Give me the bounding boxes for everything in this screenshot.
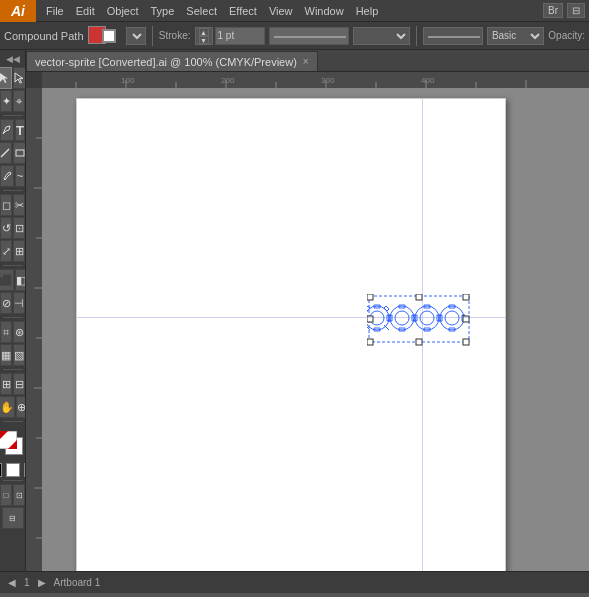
svg-point-39 xyxy=(395,311,409,325)
stroke-decrease-btn[interactable]: ▼ xyxy=(199,36,209,44)
menu-help[interactable]: Help xyxy=(350,0,385,21)
svg-line-4 xyxy=(1,149,9,157)
live-paint-tool[interactable]: ⬛ xyxy=(0,269,14,291)
type-tool[interactable]: T xyxy=(15,119,25,141)
tool-sep-3 xyxy=(3,265,23,266)
stroke-increase-btn[interactable]: ▲ xyxy=(199,28,209,36)
tool-row-magic: ✦ ⌖ xyxy=(0,90,25,112)
mesh-tool[interactable]: ⌗ xyxy=(0,321,12,343)
column-graph-tool[interactable]: ▦ xyxy=(0,344,12,366)
line-segment-tool[interactable] xyxy=(0,142,12,164)
svg-rect-47 xyxy=(367,339,373,345)
measure-tool[interactable]: ⊟ xyxy=(13,373,25,395)
tab-bar: vector-sprite [Converted].ai @ 100% (CMY… xyxy=(26,50,589,72)
menu-items: File Edit Object Type Select Effect View… xyxy=(36,0,543,21)
slice-tool[interactable]: ▧ xyxy=(13,344,25,366)
tool-row-pen: T xyxy=(0,119,25,141)
color-area xyxy=(0,429,26,477)
svg-point-43 xyxy=(445,311,459,325)
scale-tool[interactable]: ⤢ xyxy=(0,240,12,262)
workspace-button[interactable]: ⊟ xyxy=(567,3,585,18)
svg-rect-9 xyxy=(26,72,589,88)
tool-row-perspectivegrid: ⊘ ⊣ xyxy=(0,292,25,314)
scissors-tool[interactable]: ✂ xyxy=(13,194,25,216)
bridge-button[interactable]: Br xyxy=(543,3,563,18)
page-indicator: 1 xyxy=(24,577,30,588)
menu-bar: Ai File Edit Object Type Select Effect V… xyxy=(0,0,589,22)
toolbar-separator-1 xyxy=(152,26,153,46)
svg-point-40 xyxy=(415,306,439,330)
menu-view[interactable]: View xyxy=(263,0,299,21)
toolbox-collapse[interactable]: ◀◀ xyxy=(3,52,23,66)
live-paint-select[interactable]: ◧ xyxy=(15,269,26,291)
svg-rect-44 xyxy=(367,294,373,300)
hand-tool[interactable]: ✋ xyxy=(0,396,15,418)
canvas-tab-close[interactable]: × xyxy=(303,56,309,67)
tool-sep-1 xyxy=(3,115,23,116)
gradient-tool[interactable]: ⊛ xyxy=(13,321,25,343)
canvas-area[interactable]: 100 200 300 400 xyxy=(26,72,589,571)
svg-text:100: 100 xyxy=(121,76,135,85)
artboard-tool[interactable]: ⊞ xyxy=(0,373,12,395)
svg-rect-10 xyxy=(26,72,42,88)
screen-mode-row: ⊟ xyxy=(0,507,25,529)
canvas-page xyxy=(76,98,506,571)
swap-colors-btn[interactable] xyxy=(6,463,20,477)
canvas-tab[interactable]: vector-sprite [Converted].ai @ 100% (CMY… xyxy=(26,51,318,71)
svg-text:300: 300 xyxy=(321,76,335,85)
reflect-tool[interactable]: ⊡ xyxy=(13,217,25,239)
menu-effect[interactable]: Effect xyxy=(223,0,263,21)
draw-normal-btn[interactable]: □ xyxy=(0,484,12,506)
blob-brush-tool[interactable]: ~ xyxy=(15,165,25,187)
style-dropdown[interactable]: Basic xyxy=(487,27,544,45)
lasso-tool[interactable]: ⌖ xyxy=(13,90,25,112)
default-colors-btn[interactable] xyxy=(0,463,2,477)
artboard-info: Artboard 1 xyxy=(54,577,101,588)
tool-sep-7 xyxy=(3,480,23,481)
toolbox: ◀◀ ✦ ⌖ T xyxy=(0,50,26,571)
tool-sep-5 xyxy=(3,369,23,370)
stroke-color-box[interactable] xyxy=(102,29,116,43)
fill-type-dropdown[interactable] xyxy=(126,27,146,45)
menu-file[interactable]: File xyxy=(40,0,70,21)
rectangle-tool[interactable] xyxy=(13,142,26,164)
fill-indicator[interactable] xyxy=(0,431,17,449)
menu-select[interactable]: Select xyxy=(180,0,223,21)
direct-select-tool[interactable] xyxy=(13,67,26,89)
menu-object[interactable]: Object xyxy=(101,0,145,21)
svg-rect-25 xyxy=(26,88,42,571)
tool-row-hand: ✋ ⊕ xyxy=(0,396,25,418)
page-nav-next[interactable]: ▶ xyxy=(38,577,46,588)
svg-rect-49 xyxy=(463,339,469,345)
tool-row-artboard: ⊞ ⊟ xyxy=(0,373,25,395)
pencil-tool[interactable] xyxy=(0,165,14,187)
eraser-tool[interactable]: ◻ xyxy=(0,194,12,216)
perspective-grid-tool[interactable]: ⊘ xyxy=(0,292,12,314)
stroke-style-dropdown[interactable] xyxy=(353,27,410,45)
menu-window[interactable]: Window xyxy=(299,0,350,21)
svg-text:400: 400 xyxy=(421,76,435,85)
fill-stroke-selector[interactable] xyxy=(88,24,122,48)
screen-mode-btn[interactable]: ⊟ xyxy=(2,507,24,529)
draw-behind-btn[interactable]: ⊡ xyxy=(13,484,25,506)
color-shortcuts xyxy=(0,463,26,477)
svg-marker-3 xyxy=(15,73,23,83)
zoom-tool[interactable]: ⊕ xyxy=(16,396,27,418)
warp-tool[interactable]: ⊞ xyxy=(13,240,25,262)
page-nav-prev[interactable]: ◀ xyxy=(8,577,16,588)
select-tool[interactable] xyxy=(0,67,12,89)
stroke-weight-arrows: ▲ ▼ xyxy=(195,27,213,45)
fill-stroke-indicator xyxy=(0,429,26,461)
pen-tool[interactable] xyxy=(0,119,14,141)
stroke-dash-preview[interactable] xyxy=(269,27,349,45)
menu-type[interactable]: Type xyxy=(145,0,181,21)
stroke-weight-input[interactable] xyxy=(215,27,265,45)
perspective-select-tool[interactable]: ⊣ xyxy=(13,292,25,314)
guide-vertical xyxy=(422,99,423,571)
svg-point-38 xyxy=(390,306,414,330)
menu-edit[interactable]: Edit xyxy=(70,0,101,21)
line-weight-preview xyxy=(423,27,483,45)
svg-marker-2 xyxy=(0,73,8,83)
rotate-tool[interactable]: ↺ xyxy=(0,217,12,239)
magic-wand-tool[interactable]: ✦ xyxy=(0,90,12,112)
